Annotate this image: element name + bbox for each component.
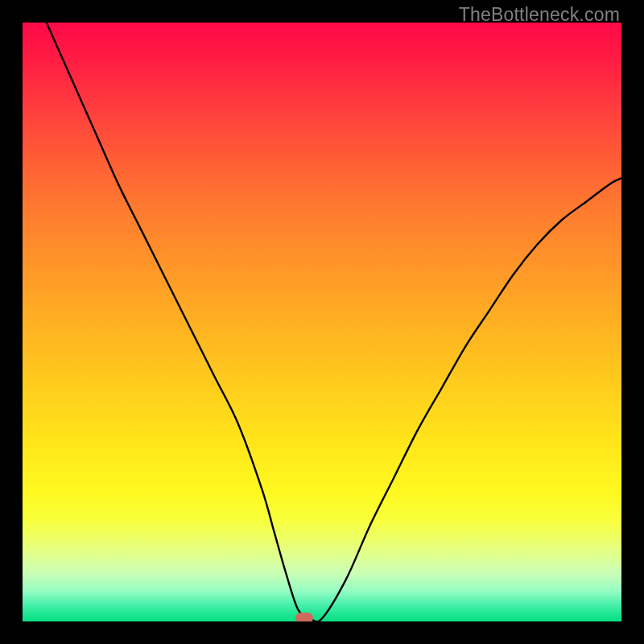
chart-curve-svg	[23, 23, 621, 621]
chart-plot-area	[23, 23, 621, 621]
optimal-point-marker	[295, 613, 313, 621]
bottleneck-curve-path	[47, 23, 621, 621]
